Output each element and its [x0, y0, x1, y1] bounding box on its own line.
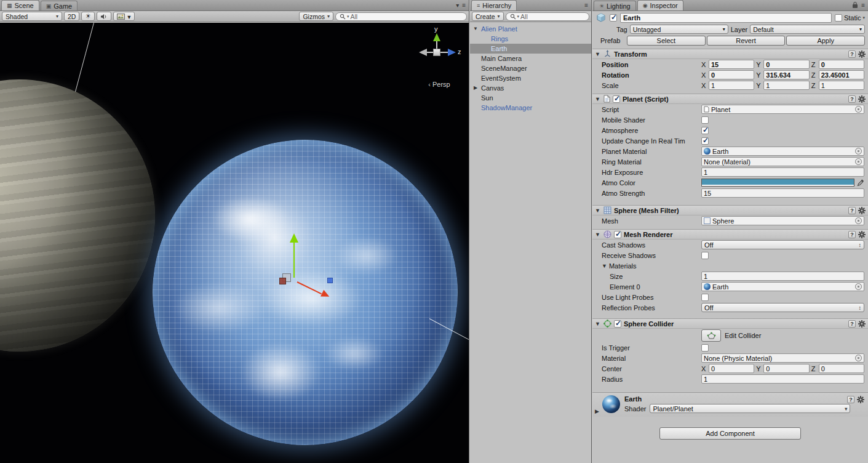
help-icon[interactable]: ?	[848, 50, 856, 58]
tab-lighting[interactable]: ☀ Lighting	[594, 1, 636, 10]
gear-icon[interactable]	[858, 320, 866, 328]
position-y-field[interactable]: 0	[763, 60, 809, 69]
gear-icon[interactable]	[858, 50, 866, 58]
gear-icon[interactable]	[858, 207, 866, 214]
receive-shadows-checkbox[interactable]	[701, 252, 709, 259]
hierarchy-item-rings[interactable]: Rings	[470, 34, 591, 44]
gear-icon[interactable]	[857, 396, 864, 403]
gear-icon[interactable]	[858, 95, 866, 103]
static-toggle[interactable]: Static ▾	[835, 14, 865, 22]
scale-z-field[interactable]: 1	[819, 81, 864, 90]
hierarchy-search-input[interactable]: ▾ All	[506, 12, 589, 21]
center-y-field[interactable]: 0	[763, 364, 809, 373]
chevron-down-icon[interactable]: ▾	[862, 15, 865, 20]
scale-y-field[interactable]: 1	[763, 81, 809, 90]
object-picker-icon[interactable]	[855, 355, 862, 361]
script-object-field[interactable]: Planet	[701, 105, 864, 114]
planet-script-header[interactable]: ▼ Planet (Script) ?	[592, 94, 868, 104]
orientation-x-cone[interactable]	[419, 49, 427, 56]
tab-hierarchy[interactable]: ≡ Hierarchy	[471, 0, 517, 10]
layer-dropdown[interactable]: Default ▾	[750, 25, 865, 34]
object-picker-icon[interactable]	[855, 148, 862, 155]
update-change-checkbox[interactable]	[701, 137, 709, 145]
tab-game[interactable]: ▣ Game	[41, 1, 78, 10]
hdr-exposure-field[interactable]: 1	[701, 167, 864, 177]
sphere-collider-header[interactable]: ▼ Sphere Collider ?	[592, 318, 868, 329]
hierarchy-item-earth[interactable]: Earth	[470, 44, 591, 54]
hierarchy-item-canvas[interactable]: ▶ Canvas	[470, 83, 591, 93]
atmosphere-checkbox[interactable]	[701, 127, 709, 134]
hierarchy-item-scenemanager[interactable]: SceneManager	[470, 63, 591, 73]
foldout-open-icon[interactable]: ▼	[594, 96, 601, 102]
foldout-closed-icon[interactable]: ▶	[472, 85, 479, 91]
create-dropdown[interactable]: Create ▾	[472, 12, 504, 21]
foldout-open-icon[interactable]: ▼	[594, 232, 601, 238]
prefab-revert-button[interactable]: Revert	[707, 36, 786, 46]
help-icon[interactable]: ?	[848, 95, 856, 103]
collider-material-field[interactable]: None (Physic Material)	[701, 353, 864, 363]
atmo-strength-field[interactable]: 15	[701, 188, 864, 198]
prefab-select-button[interactable]: Select	[627, 36, 706, 46]
center-x-field[interactable]: 0	[709, 364, 754, 373]
help-icon[interactable]: ?	[848, 320, 856, 328]
element0-field[interactable]: Earth	[701, 282, 864, 291]
radius-field[interactable]: 1	[701, 374, 864, 384]
mesh-filter-header[interactable]: ▼ Sphere (Mesh Filter) ?	[592, 205, 868, 215]
reflection-probes-dropdown[interactable]: Off ↕	[701, 303, 864, 312]
foldout-open-icon[interactable]: ▼	[594, 207, 601, 214]
foldout-open-icon[interactable]: ▼	[594, 321, 601, 327]
scene-viewport[interactable]: y z ‹Persp	[0, 23, 469, 463]
mesh-renderer-header[interactable]: ▼ Mesh Renderer ?	[592, 229, 868, 240]
hierarchy-item-sun[interactable]: Sun	[470, 93, 591, 103]
rotation-x-field[interactable]: 0	[709, 70, 754, 79]
search-filter-arrow-icon[interactable]: ▾	[517, 14, 520, 19]
move-gizmo-y-arrowhead[interactable]	[290, 233, 298, 243]
scene-search-input[interactable]: ▾ All	[335, 12, 467, 21]
eyedropper-icon[interactable]	[857, 179, 864, 187]
orientation-z-cone[interactable]	[448, 49, 456, 56]
help-icon[interactable]: ?	[848, 207, 856, 214]
tab-inspector[interactable]: ◉ Inspector	[637, 0, 683, 10]
hierarchy-menu-icon[interactable]: ≡	[584, 2, 588, 9]
add-component-button[interactable]: Add Component	[659, 427, 801, 440]
shader-dropdown[interactable]: Planet/Planet ▾	[650, 404, 850, 413]
lock-icon[interactable]	[852, 1, 858, 9]
shaded-dropdown[interactable]: Shaded ▾	[2, 12, 62, 21]
use-light-probes-checkbox[interactable]	[701, 294, 709, 301]
hierarchy-item-shadowmanager[interactable]: ShadowManager	[470, 103, 591, 113]
scale-x-field[interactable]: 1	[709, 81, 754, 90]
mesh-renderer-enabled-checkbox[interactable]	[614, 231, 621, 238]
2d-toggle[interactable]: 2D	[64, 12, 79, 21]
transform-header[interactable]: ▼ Transform ?	[592, 49, 868, 59]
scene-audio-toggle[interactable]	[97, 12, 111, 21]
move-gizmo-y-axis[interactable]	[293, 242, 295, 278]
orientation-center-cube[interactable]	[433, 49, 440, 56]
sphere-collider-enabled-checkbox[interactable]	[614, 320, 621, 328]
position-z-field[interactable]: 0	[819, 60, 864, 69]
persp-indicator[interactable]: ‹Persp	[408, 81, 469, 88]
prefab-apply-button[interactable]: Apply	[786, 36, 865, 46]
hierarchy-item-alien-planet[interactable]: ▼ Alien Planet	[470, 24, 591, 34]
planet-material-field[interactable]: Earth	[701, 147, 864, 156]
help-icon[interactable]: ?	[847, 396, 854, 403]
inspector-menu-icon[interactable]: ≡	[861, 2, 865, 9]
move-gizmo-z-handle[interactable]	[327, 278, 333, 283]
orientation-y-cone[interactable]	[433, 33, 440, 41]
help-icon[interactable]: ?	[848, 231, 856, 238]
object-picker-icon[interactable]	[855, 158, 862, 165]
atmo-color-swatch[interactable]	[701, 179, 854, 187]
foldout-open-icon[interactable]: ▼	[472, 26, 479, 31]
tab-scene[interactable]: ▦ Scene	[1, 0, 39, 10]
mobile-shader-checkbox[interactable]	[701, 116, 709, 124]
position-x-field[interactable]: 15	[709, 60, 754, 69]
is-trigger-checkbox[interactable]	[701, 344, 709, 352]
orientation-gizmo[interactable]: y z	[412, 25, 469, 87]
rotation-z-field[interactable]: 23.45001	[819, 70, 864, 79]
foldout-open-icon[interactable]: ▼	[594, 51, 601, 57]
gameobject-name-field[interactable]: Earth	[620, 13, 832, 23]
search-filter-arrow-icon[interactable]: ▾	[347, 14, 349, 19]
ring-material-field[interactable]: None (Material)	[701, 157, 864, 166]
object-picker-icon[interactable]	[855, 283, 862, 290]
tag-dropdown[interactable]: Untagged ▾	[630, 25, 728, 34]
edit-collider-button[interactable]	[701, 329, 721, 342]
